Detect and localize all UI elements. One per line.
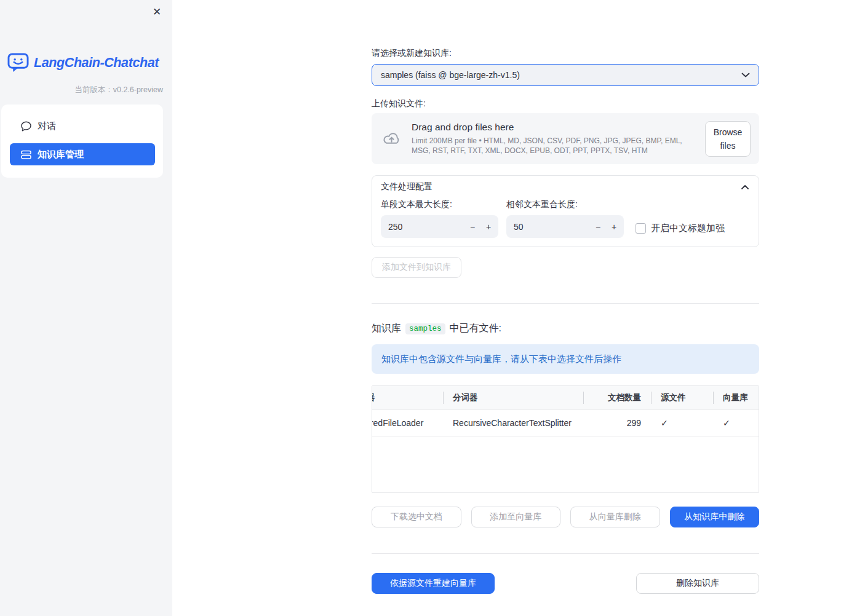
kb-bottom-actions: 依据源文件重建向量库 删除知识库 xyxy=(372,573,759,594)
version-value: v0.2.6-preview xyxy=(113,85,163,94)
chunk-size-input[interactable]: 250 − + xyxy=(381,215,498,238)
chunk-size-label: 单段文本最大长度: xyxy=(381,199,498,210)
dropzone-instructions: Drag and drop files here Limit 200MB per… xyxy=(412,122,695,156)
delete-from-kb-button[interactable]: 从知识库中删除 xyxy=(670,507,760,527)
upload-label: 上传知识文件: xyxy=(372,97,759,109)
kb-select-label: 请选择或新建知识库: xyxy=(372,47,759,59)
cell-doc-count: 299 xyxy=(583,409,651,436)
kb-select[interactable]: samples (faiss @ bge-large-zh-v1.5) xyxy=(372,64,759,86)
file-actions-row: 下载选中文档 添加至向量库 从向量库删除 从知识库中删除 xyxy=(372,507,759,527)
table-row[interactable]: UnstructuredFileLoader RecursiveCharacte… xyxy=(372,409,759,436)
version-text: 当前版本：v0.2.6-preview xyxy=(74,85,163,95)
chunk-size-field: 单段文本最大长度: 250 − + xyxy=(381,199,498,238)
chevron-down-icon xyxy=(741,73,750,77)
table-header-row: 文档加载器 分词器 文档数量 源文件 向量库 xyxy=(372,386,759,409)
rebuild-vector-store-button[interactable]: 依据源文件重建向量库 xyxy=(372,573,495,594)
sidebar-close-icon[interactable]: ✕ xyxy=(149,4,165,20)
version-label: 当前版本： xyxy=(74,85,113,94)
sidebar-item-dialogue[interactable]: 对话 xyxy=(10,115,155,137)
table-header-loader: 文档加载器 xyxy=(372,386,443,409)
kb-files-heading-prefix: 知识库 xyxy=(372,322,401,335)
overlap-decrement-button[interactable]: − xyxy=(589,215,607,238)
sidebar-item-label: 对话 xyxy=(38,120,56,132)
add-files-to-kb-button[interactable]: 添加文件到知识库 xyxy=(372,257,461,278)
kb-files-table-inner: 文档加载器 分词器 文档数量 源文件 向量库 UnstructuredFileL… xyxy=(372,386,759,436)
dropzone-title: Drag and drop files here xyxy=(412,122,695,133)
delete-from-vector-store-button[interactable]: 从向量库删除 xyxy=(570,507,660,527)
zh-title-enhance-field: 开启中文标题加强 xyxy=(636,223,725,234)
chunk-size-decrement-button[interactable]: − xyxy=(464,215,481,238)
cell-vector-store-check: ✓ xyxy=(713,409,759,436)
file-config-expander: 文件处理配置 单段文本最大长度: 250 − + 相邻文本重合长度: 50 xyxy=(372,175,759,247)
table-header-source-file: 源文件 xyxy=(651,386,713,409)
sidebar-item-label: 知识库管理 xyxy=(38,149,84,160)
kb-select-value: samples (faiss @ bge-large-zh-v1.5) xyxy=(381,70,741,80)
table-header-splitter: 分词器 xyxy=(443,386,583,409)
kb-files-heading-suffix: 中已有文件: xyxy=(450,322,501,335)
app-logo: LangChain-Chatchat xyxy=(7,53,159,73)
overlap-label: 相邻文本重合长度: xyxy=(506,199,624,210)
divider xyxy=(372,303,759,304)
sidebar-item-knowledge-base[interactable]: 知识库管理 xyxy=(10,143,155,165)
file-config-expander-header[interactable]: 文件处理配置 xyxy=(372,176,759,198)
cloud-upload-icon xyxy=(381,131,402,147)
cell-splitter: RecursiveCharacterTextSplitter xyxy=(443,409,583,436)
overlap-input[interactable]: 50 − + xyxy=(506,215,624,238)
chat-smiley-logo-icon xyxy=(7,53,29,73)
browse-files-button[interactable]: Browse files xyxy=(705,121,751,157)
overlap-increment-button[interactable]: + xyxy=(605,215,623,238)
file-dropzone[interactable]: Drag and drop files here Limit 200MB per… xyxy=(372,113,759,164)
main-content: 请选择或新建知识库: samples (faiss @ bge-large-zh… xyxy=(372,0,759,594)
cell-source-file-check: ✓ xyxy=(651,409,713,436)
zh-title-enhance-checkbox[interactable] xyxy=(636,223,646,234)
overlap-value: 50 xyxy=(514,222,524,232)
info-alert-text: 知识库中包含源文件与向量库，请从下表中选择文件后操作 xyxy=(381,353,621,365)
file-config-title: 文件处理配置 xyxy=(381,181,432,192)
kb-name-badge: samples xyxy=(405,323,445,334)
stacked-bars-icon xyxy=(20,149,32,160)
info-alert: 知识库中包含源文件与向量库，请从下表中选择文件后操作 xyxy=(372,344,759,374)
cell-loader: UnstructuredFileLoader xyxy=(372,409,443,436)
kb-files-heading: 知识库 samples 中已有文件: xyxy=(372,322,759,335)
chunk-size-increment-button[interactable]: + xyxy=(480,215,497,238)
zh-title-enhance-label[interactable]: 开启中文标题加强 xyxy=(651,223,725,234)
dropzone-limit-text: Limit 200MB per file • HTML, MD, JSON, C… xyxy=(412,136,695,156)
file-config-body: 单段文本最大长度: 250 − + 相邻文本重合长度: 50 − + 开启中文标… xyxy=(372,198,759,247)
app-title: LangChain-Chatchat xyxy=(34,55,159,71)
kb-files-table[interactable]: 文档加载器 分词器 文档数量 源文件 向量库 UnstructuredFileL… xyxy=(372,385,759,493)
overlap-field: 相邻文本重合长度: 50 − + xyxy=(506,199,624,238)
sidebar: ✕ LangChain-Chatchat 当前版本：v0.2.6-preview… xyxy=(0,0,172,616)
chat-bubble-icon xyxy=(20,120,32,132)
chevron-up-icon xyxy=(741,185,749,189)
add-to-vector-store-button[interactable]: 添加至向量库 xyxy=(471,507,561,527)
table-header-vector-store: 向量库 xyxy=(713,386,759,409)
divider xyxy=(372,553,759,554)
delete-kb-button[interactable]: 删除知识库 xyxy=(636,573,759,594)
download-selected-button[interactable]: 下载选中文档 xyxy=(372,507,461,527)
sidebar-menu: 对话 知识库管理 xyxy=(1,105,163,178)
chunk-size-value: 250 xyxy=(388,222,402,232)
table-header-doc-count: 文档数量 xyxy=(583,386,651,409)
